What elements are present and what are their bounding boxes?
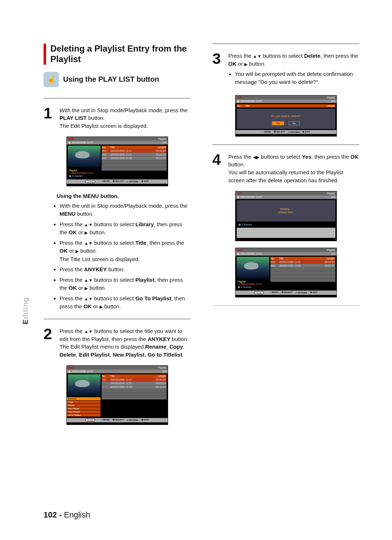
divider	[44, 98, 191, 98]
step-1-body: With the unit in Stop mode/Playback mode…	[60, 106, 191, 130]
right-icon	[244, 61, 248, 67]
dialog-yes-button[interactable]: Yes	[272, 121, 284, 125]
hand-icon: ☝	[44, 72, 59, 87]
side-tab-rest: diting	[21, 297, 29, 319]
step-number-3: 3	[212, 52, 228, 66]
updown-icon	[253, 53, 262, 59]
step-number-2: 2	[44, 327, 60, 341]
divider	[212, 145, 359, 145]
menu-bullets: With the unit in Stop mode/Playback mode…	[44, 202, 191, 311]
step-number-1: 1	[44, 106, 60, 120]
osd-screen-confirm: HDDPlaylist ▣ JAN/02/2006 13:471/3 No.Ti…	[235, 95, 337, 137]
osd-screen-playlist: HDDPlaylist ▣ JAN/02/2006 13:471/3 Playl…	[66, 137, 168, 186]
right-icon	[99, 303, 103, 309]
heading-red-bar	[44, 44, 46, 65]
right-icon	[75, 248, 79, 254]
updown-icon	[84, 240, 93, 246]
updown-icon	[84, 328, 93, 334]
updown-icon	[84, 295, 93, 301]
step-3-body: Press the buttons to select Delete, then…	[228, 52, 359, 89]
side-tab: Editing	[21, 297, 30, 324]
side-tab-e: E	[21, 319, 29, 324]
menu-heading: Using the MENU button.	[57, 193, 191, 199]
dialog-no-button[interactable]: No	[289, 121, 300, 125]
step-number-4: 4	[212, 153, 228, 167]
divider	[212, 44, 359, 44]
page-footer: 102 - English	[44, 510, 90, 520]
updown-icon	[84, 221, 93, 227]
leftright-icon	[253, 154, 260, 160]
step-4-body: Press the buttons to select Yes, then pr…	[228, 153, 359, 184]
osd-screen-deleting: HDDPlaylist ▣ JAN/19/2006 13:471/3 Delet…	[235, 191, 337, 241]
osd-screen-result: HDDPlaylist ▣ JAN/19/2006 13:511/2 Playl…	[235, 248, 337, 297]
divider	[212, 305, 359, 306]
section-title: Deleting a Playlist Entry from the Playl…	[50, 44, 191, 65]
right-icon	[85, 229, 88, 235]
osd-screen-anykey-menu: HDDPlaylist ▣ JAN/02/2006 13:471/3 Renam…	[66, 365, 168, 425]
right-icon	[85, 285, 88, 291]
step-2-body: Press the buttons to select the title yo…	[60, 327, 191, 359]
sub-title: Using the PLAY LIST button	[63, 75, 159, 84]
divider	[44, 319, 191, 319]
updown-icon	[84, 277, 93, 283]
